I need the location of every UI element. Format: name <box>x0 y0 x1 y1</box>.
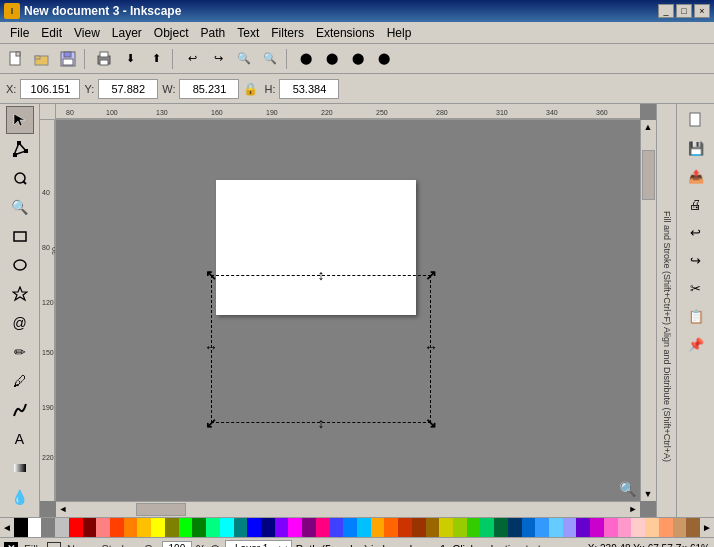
palette-scroll-right[interactable]: ► <box>700 518 714 538</box>
menu-filters[interactable]: Filters <box>265 24 310 42</box>
color-swatch[interactable] <box>330 518 344 538</box>
text-tool[interactable]: A <box>6 425 34 453</box>
color-swatch[interactable] <box>673 518 687 538</box>
menu-object[interactable]: Object <box>148 24 195 42</box>
new-button[interactable] <box>4 47 28 71</box>
color-swatch[interactable] <box>275 518 289 538</box>
handle-br[interactable]: ↘ <box>426 418 436 428</box>
palette-scroll-left[interactable]: ◄ <box>0 518 14 538</box>
pen-tool[interactable]: 🖊 <box>6 367 34 395</box>
pencil-tool[interactable]: ✏ <box>6 338 34 366</box>
color-swatch[interactable] <box>69 518 83 538</box>
color-swatch[interactable] <box>316 518 330 538</box>
w-input[interactable] <box>179 79 239 99</box>
color-swatch[interactable] <box>83 518 97 538</box>
color-swatch[interactable] <box>234 518 248 538</box>
scroll-thumb-v[interactable] <box>642 150 655 200</box>
node-tool[interactable] <box>6 135 34 163</box>
undo-button[interactable]: ↩ <box>180 47 204 71</box>
color-swatch[interactable] <box>28 518 42 538</box>
align-justify-button[interactable]: ⬤ <box>372 47 396 71</box>
zoom-tool[interactable]: 🔍 <box>6 193 34 221</box>
color-swatch[interactable] <box>384 518 398 538</box>
color-swatch[interactable] <box>151 518 165 538</box>
x-input[interactable] <box>20 79 80 99</box>
calligraphy-tool[interactable] <box>6 396 34 424</box>
color-swatch[interactable] <box>302 518 316 538</box>
color-swatch[interactable] <box>426 518 440 538</box>
color-swatch[interactable] <box>618 518 632 538</box>
handle-bc[interactable]: ↕ <box>316 418 326 428</box>
color-swatch[interactable] <box>192 518 206 538</box>
canvas-inner[interactable]: ↖ ↕ ↗ ↔ ↔ ↙ ↕ ↘ 🔍 <box>56 120 640 501</box>
opacity-input[interactable] <box>162 541 192 548</box>
menu-extensions[interactable]: Extensions <box>310 24 381 42</box>
menu-text[interactable]: Text <box>231 24 265 42</box>
color-swatch[interactable] <box>343 518 357 538</box>
color-swatch[interactable] <box>480 518 494 538</box>
menu-file[interactable]: File <box>4 24 35 42</box>
layer-select[interactable]: -Layer 1- <box>225 540 292 548</box>
handle-mr[interactable]: ↔ <box>426 342 436 352</box>
color-swatch[interactable] <box>261 518 275 538</box>
export-button[interactable]: ⬆ <box>144 47 168 71</box>
color-swatch[interactable] <box>220 518 234 538</box>
fill-color-swatch[interactable] <box>47 542 61 548</box>
color-swatch[interactable] <box>645 518 659 538</box>
scroll-up-button[interactable]: ▲ <box>641 120 655 134</box>
scroll-right-button[interactable]: ► <box>626 502 640 516</box>
menu-view[interactable]: View <box>68 24 106 42</box>
right-paste-button[interactable]: 📌 <box>682 330 710 358</box>
right-undo-button[interactable]: ↩ <box>682 218 710 246</box>
print-button[interactable] <box>92 47 116 71</box>
scroll-left-button[interactable]: ◄ <box>56 502 70 516</box>
handle-tl[interactable]: ↖ <box>206 270 216 280</box>
color-swatch[interactable] <box>563 518 577 538</box>
zoom-out-button[interactable]: 🔍 <box>258 47 282 71</box>
color-swatch[interactable] <box>124 518 138 538</box>
color-swatch[interactable] <box>247 518 261 538</box>
redo-button[interactable]: ↪ <box>206 47 230 71</box>
scroll-down-button[interactable]: ▼ <box>641 487 655 501</box>
menu-help[interactable]: Help <box>381 24 418 42</box>
color-swatch[interactable] <box>165 518 179 538</box>
horizontal-scrollbar[interactable]: ◄ ► <box>56 501 640 517</box>
handle-bl[interactable]: ↙ <box>206 418 216 428</box>
window-controls[interactable]: _ □ × <box>658 4 710 18</box>
color-swatch[interactable] <box>206 518 220 538</box>
color-swatch[interactable] <box>535 518 549 538</box>
circle-tool[interactable] <box>6 251 34 279</box>
align-left-button[interactable]: ⬤ <box>294 47 318 71</box>
right-copy-button[interactable]: 📋 <box>682 302 710 330</box>
save-button[interactable] <box>56 47 80 71</box>
color-swatch[interactable] <box>631 518 645 538</box>
select-tool[interactable] <box>6 106 34 134</box>
handle-tr[interactable]: ↗ <box>426 270 436 280</box>
x-icon[interactable]: ✕ <box>4 542 18 548</box>
color-swatch[interactable] <box>179 518 193 538</box>
right-print-button[interactable]: 🖨 <box>682 190 710 218</box>
y-input[interactable] <box>98 79 158 99</box>
h-input[interactable] <box>279 79 339 99</box>
color-swatch[interactable] <box>439 518 453 538</box>
right-file-button[interactable] <box>682 106 710 134</box>
color-swatch[interactable] <box>590 518 604 538</box>
color-swatch[interactable] <box>96 518 110 538</box>
import-button[interactable]: ⬇ <box>118 47 142 71</box>
color-swatch[interactable] <box>467 518 481 538</box>
color-swatch[interactable] <box>137 518 151 538</box>
color-swatch[interactable] <box>453 518 467 538</box>
color-swatch[interactable] <box>14 518 28 538</box>
tweak-tool[interactable] <box>6 164 34 192</box>
eyedropper-tool[interactable]: 💧 <box>6 483 34 511</box>
color-swatch[interactable] <box>549 518 563 538</box>
color-swatch[interactable] <box>357 518 371 538</box>
align-center-button[interactable]: ⬤ <box>320 47 344 71</box>
right-save-button[interactable]: 💾 <box>682 134 710 162</box>
color-swatch[interactable] <box>55 518 69 538</box>
color-swatch[interactable] <box>508 518 522 538</box>
color-swatch[interactable] <box>659 518 673 538</box>
zoom-in-button[interactable]: 🔍 <box>232 47 256 71</box>
align-right-button[interactable]: ⬤ <box>346 47 370 71</box>
color-swatch[interactable] <box>412 518 426 538</box>
